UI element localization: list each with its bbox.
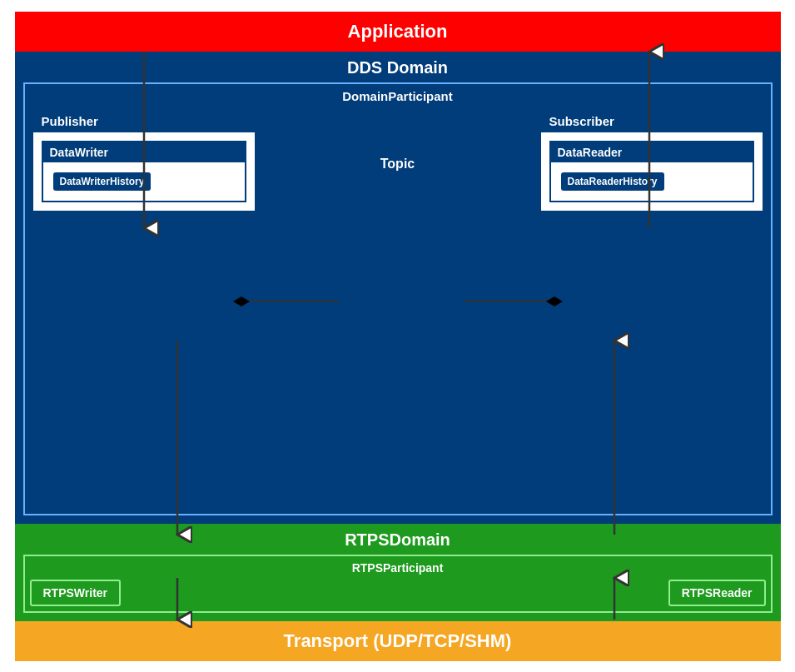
rtps-reader: RTPSReader [668, 580, 766, 606]
datawriter-history: DataWriterHistory [53, 172, 152, 191]
datawriter-header: DataWriter [43, 142, 245, 162]
dds-domain-label: DDS Domain [23, 58, 773, 77]
rtps-domain: RTPSDomain RTPSParticipant RTPSWriter RT… [15, 524, 781, 621]
subscriber-box: Subscriber DataReader DataReaderHistory [539, 108, 764, 212]
diagram-wrapper: Application DDS Domain DomainParticipant… [15, 12, 781, 661]
domain-participant-box: DomainParticipant Publisher DataWriter D… [23, 82, 773, 515]
rtps-participant-box: RTPSParticipant RTPSWriter RTPSReader [23, 555, 773, 613]
dds-domain: DDS Domain DomainParticipant Publisher D… [15, 52, 781, 524]
transport-bar: Transport (UDP/TCP/SHM) [15, 621, 781, 661]
transport-label: Transport (UDP/TCP/SHM) [284, 630, 512, 652]
datawriter-box: DataWriter DataWriterHistory [42, 141, 246, 202]
topic-box: Topic [364, 150, 431, 178]
application-label: Application [348, 21, 448, 42]
topic-area: Topic [256, 108, 539, 178]
diagram-content: Application DDS Domain DomainParticipant… [15, 12, 781, 661]
datareader-history: DataReaderHistory [561, 172, 664, 191]
subscriber-header: Subscriber [541, 110, 763, 132]
datareader-header: DataReader [551, 142, 753, 162]
rtps-writer-reader-row: RTPSWriter RTPSReader [30, 580, 766, 606]
domain-participant-label: DomainParticipant [32, 89, 764, 103]
publisher-box: Publisher DataWriter DataWriterHistory [32, 108, 256, 212]
rtps-domain-label: RTPSDomain [23, 530, 773, 550]
application-bar: Application [15, 12, 781, 52]
rtps-writer: RTPSWriter [30, 580, 122, 606]
datareader-box: DataReader DataReaderHistory [549, 141, 754, 202]
publisher-header: Publisher [33, 110, 255, 132]
rtps-participant-label: RTPSParticipant [30, 561, 766, 575]
